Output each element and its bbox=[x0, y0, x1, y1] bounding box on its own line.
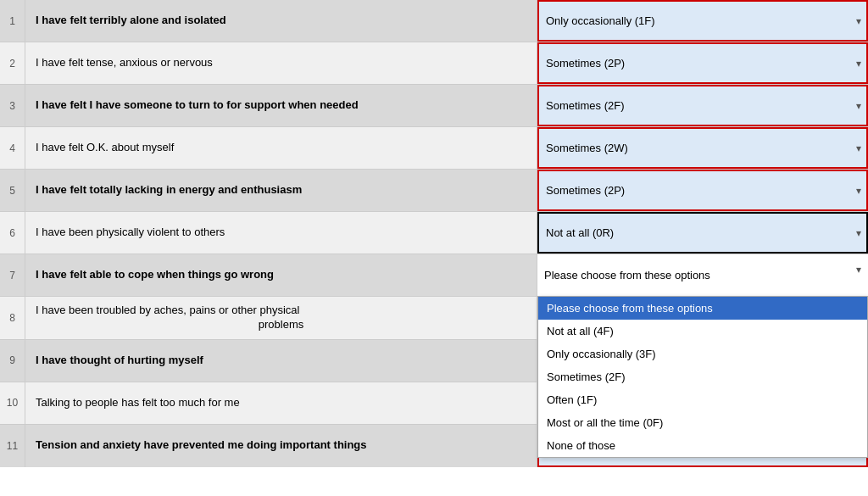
select-wrapper[interactable]: Sometimes (2P) ▾ bbox=[539, 44, 866, 82]
dropdown-option[interactable]: Often (1F) bbox=[538, 388, 867, 411]
row-number: 10 bbox=[0, 382, 25, 424]
dropdown-popup: Please choose from these options Not at … bbox=[537, 296, 868, 458]
row-answer: Sometimes (2W) ▾ bbox=[537, 127, 868, 169]
row-answer: Not at all (0R) ▾ bbox=[537, 212, 868, 254]
row-question: I have felt terribly alone and isolated bbox=[25, 0, 537, 42]
row-question: I have felt able to cope when things go … bbox=[25, 254, 537, 296]
dropdown-option[interactable]: Sometimes (2F) bbox=[538, 365, 867, 388]
row-number: 5 bbox=[0, 170, 25, 211]
table-row: 5 I have felt totally lacking in energy … bbox=[0, 170, 868, 212]
dropdown-option[interactable]: Not at all (4F) bbox=[538, 320, 867, 343]
row-number: 3 bbox=[0, 85, 25, 126]
row-number: 7 bbox=[0, 254, 25, 296]
row-question: I have felt O.K. about myself bbox=[25, 127, 537, 169]
select-wrapper[interactable]: Not at all (0R) ▾ bbox=[539, 214, 866, 252]
questionnaire-table: 1 I have felt terribly alone and isolate… bbox=[0, 0, 868, 467]
row-number: 9 bbox=[0, 340, 25, 382]
dropdown-arrow-icon: ▾ bbox=[856, 264, 861, 276]
select-wrapper[interactable]: Sometimes (2W) ▾ bbox=[539, 129, 866, 167]
dropdown-option[interactable]: Only occasionally (3F) bbox=[538, 343, 867, 365]
row-number: 4 bbox=[0, 127, 25, 169]
table-row: 1 I have felt terribly alone and isolate… bbox=[0, 0, 868, 42]
row-answer: Only occasionally (1F) ▾ bbox=[537, 0, 868, 42]
row-number: 8 bbox=[0, 297, 25, 339]
dropdown-option[interactable]: Most or all the time (0F) bbox=[538, 411, 867, 434]
row-answer: Sometimes (2P) ▾ bbox=[537, 42, 868, 84]
answer-select[interactable]: Sometimes (2F) bbox=[539, 86, 866, 125]
row-answer: Sometimes (2P) ▾ bbox=[537, 170, 868, 211]
row-question: I have felt tense, anxious or nervous bbox=[25, 42, 537, 84]
row-question: I have been troubled by aches, pains or … bbox=[25, 297, 537, 339]
row-answer: Sometimes (2F) ▾ bbox=[537, 85, 868, 126]
row-question: I have felt totally lacking in energy an… bbox=[25, 170, 537, 211]
dropdown-option[interactable]: None of those bbox=[538, 434, 867, 457]
table-row: 7 I have felt able to cope when things g… bbox=[0, 254, 868, 297]
answer-select[interactable]: Not at all (0R) bbox=[539, 214, 866, 252]
table-row: 4 I have felt O.K. about myself Sometime… bbox=[0, 127, 868, 170]
row-number: 2 bbox=[0, 42, 25, 84]
row-question: I have felt I have someone to turn to fo… bbox=[25, 85, 537, 126]
answer-select[interactable]: Only occasionally (1F) bbox=[539, 2, 866, 40]
placeholder-text: Please choose from these options bbox=[544, 269, 853, 281]
table-row: 6 I have been physically violent to othe… bbox=[0, 212, 868, 254]
row-question: Talking to people has felt too much for … bbox=[25, 382, 537, 424]
table-row: 3 I have felt I have someone to turn to … bbox=[0, 85, 868, 127]
row-number: 11 bbox=[0, 425, 25, 467]
row-question: Tension and anxiety have prevented me do… bbox=[25, 425, 537, 467]
row-question: I have been physically violent to others bbox=[25, 212, 537, 254]
select-wrapper[interactable]: Sometimes (2P) ▾ bbox=[539, 171, 866, 209]
dropdown-option[interactable]: Please choose from these options bbox=[538, 297, 867, 320]
row-number: 1 bbox=[0, 0, 25, 42]
answer-select[interactable]: Sometimes (2P) bbox=[539, 171, 866, 209]
table-row: 2 I have felt tense, anxious or nervous … bbox=[0, 42, 868, 85]
row-answer: Please choose from these options ▾ Pleas… bbox=[537, 254, 868, 296]
answer-select[interactable]: Sometimes (2W) bbox=[539, 129, 866, 167]
question-line2: problems bbox=[36, 318, 526, 332]
select-wrapper[interactable]: Sometimes (2F) ▾ bbox=[539, 86, 866, 125]
row-question: I have thought of hurting myself bbox=[25, 340, 537, 382]
row-number: 6 bbox=[0, 212, 25, 254]
select-wrapper[interactable]: Only occasionally (1F) ▾ bbox=[539, 2, 866, 40]
answer-select[interactable]: Sometimes (2P) bbox=[539, 44, 866, 82]
